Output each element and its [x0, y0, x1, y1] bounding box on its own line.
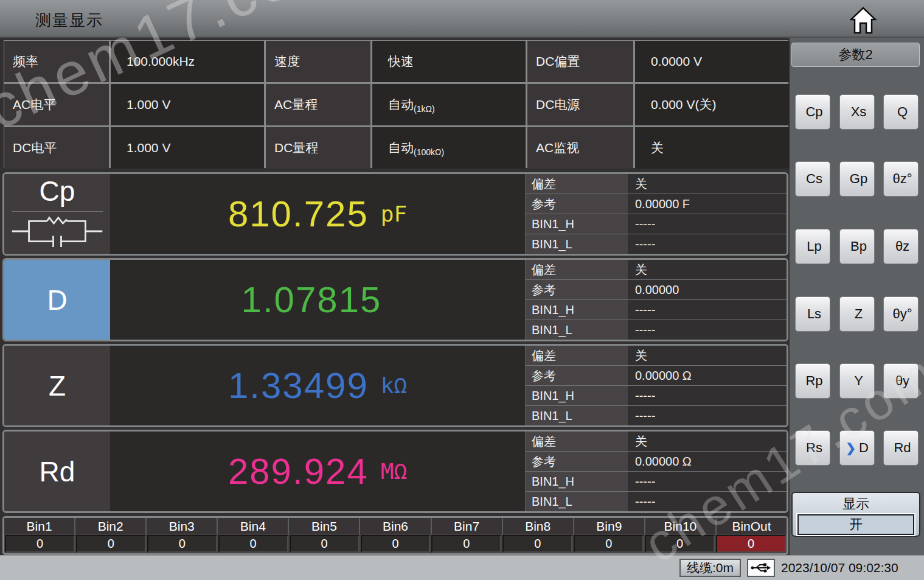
measurement-row-cp: Cp 810.725 pF [2, 172, 788, 256]
measurement-value-d: 1.07815 [110, 260, 525, 340]
param-value-ac-monitor[interactable]: 关 [635, 127, 791, 169]
cable-length-button[interactable]: 线缆:0m [679, 559, 741, 577]
param-button-theta-y[interactable]: θy [883, 363, 919, 399]
measurement-row-rd: Rd 289.924 MΩ 偏差关 参考0.00000 Ω BIN1_H----… [2, 430, 788, 513]
display-on-button[interactable]: 开 [797, 514, 914, 535]
info-panel-d: 偏差关 参考0.00000 BIN1_H----- BIN1_L----- [525, 260, 787, 340]
measurement-label-cp[interactable]: Cp [4, 174, 110, 254]
unit-z: kΩ [381, 373, 407, 398]
param-label-dc-range: DC量程 [266, 127, 370, 169]
measurement-value-cp: 810.725 pF [110, 174, 525, 254]
param-button-bp[interactable]: Bp [839, 229, 875, 264]
param-button-d-selected[interactable]: ❯D [839, 430, 875, 466]
usb-icon [751, 562, 771, 573]
param-label-ac-monitor: AC监视 [527, 127, 633, 169]
measurement-value-rd: 289.924 MΩ [110, 432, 525, 511]
lcr-meter-screen: 测量显示 频率 100.000kHz 速度 快速 DC偏置 0.0000 V A… [0, 0, 924, 580]
measurement-label-d[interactable]: D [4, 260, 110, 340]
param-value-dc-source[interactable]: 0.000 V(关) [635, 84, 791, 125]
param-label-dc-bias: DC偏置 [527, 41, 633, 82]
param-button-theta-y-deg[interactable]: θy° [883, 296, 919, 332]
param-value-dc-bias[interactable]: 0.0000 V [635, 41, 791, 82]
info-panel-cp: 偏差关 参考0.00000 F BIN1_H----- BIN1_L----- [525, 174, 787, 254]
param-label-ac-range: AC量程 [266, 84, 370, 125]
title-bar: 测量显示 [0, 0, 924, 38]
param-button-theta-z-deg[interactable]: θz° [883, 161, 919, 197]
param-label-frequency: 频率 [4, 41, 109, 82]
main-panel: 频率 100.000kHz 速度 快速 DC偏置 0.0000 V AC电平 1… [2, 40, 788, 555]
datetime-display: 2023/10/07 09:02:30 [781, 561, 918, 575]
binout-value: 0 [716, 535, 786, 553]
bin-counter-bar: Bin1 Bin2 Bin3 Bin4 Bin5 Bin6 Bin7 Bin8 … [2, 516, 788, 555]
selection-marker-icon: ❯ [846, 441, 856, 455]
param-value-ac-level[interactable]: 1.000 V [111, 84, 264, 125]
param-button-cs[interactable]: Cs [795, 161, 830, 197]
measurement-row-z: Z 1.33499 kΩ 偏差关 参考0.00000 Ω BIN1_H-----… [2, 344, 788, 427]
home-button[interactable] [850, 6, 877, 34]
sidebar: 参数2 Cp Xs Q Cs Gp θz° Lp Bp θz Ls Z θy° … [790, 38, 924, 555]
display-label: 显示 [793, 495, 919, 513]
param-label-dc-source: DC电源 [527, 84, 633, 125]
info-panel-z: 偏差关 参考0.00000 Ω BIN1_H----- BIN1_L----- [525, 346, 787, 425]
bin-header-row: Bin1 Bin2 Bin3 Bin4 Bin5 Bin6 Bin7 Bin8 … [4, 518, 787, 534]
unit-rd: MΩ [381, 459, 407, 484]
param-button-lp[interactable]: Lp [795, 229, 830, 264]
param-button-xs[interactable]: Xs [839, 94, 875, 130]
param-button-rs[interactable]: Rs [795, 430, 830, 466]
param-label-ac-level: AC电平 [4, 84, 109, 125]
measurement-value-z: 1.33499 kΩ [110, 346, 525, 425]
home-icon [850, 6, 877, 34]
parameter-grid: 频率 100.000kHz 速度 快速 DC偏置 0.0000 V AC电平 1… [4, 40, 788, 168]
measurement-row-d: D 1.07815 偏差关 参考0.00000 BIN1_H----- BIN1… [2, 258, 788, 341]
param-button-q[interactable]: Q [883, 94, 919, 130]
param-value-ac-range[interactable]: 自动(1kΩ) [372, 84, 526, 125]
page-title: 测量显示 [35, 10, 103, 31]
param-button-ls[interactable]: Ls [795, 296, 830, 332]
status-bar: 线缆:0m 2023/10/07 09:02:30 [0, 555, 924, 580]
param-button-rd[interactable]: Rd [883, 430, 919, 466]
usb-indicator [747, 559, 775, 577]
param-button-cp[interactable]: Cp [795, 94, 830, 130]
display-panel: 显示 开 [791, 492, 920, 537]
measurement-label-rd[interactable]: Rd [4, 432, 110, 511]
param-label-speed: 速度 [266, 41, 370, 82]
param-button-theta-z[interactable]: θz [883, 229, 919, 264]
param2-header: 参数2 [791, 43, 920, 67]
param-value-dc-level[interactable]: 1.000 V [111, 127, 264, 169]
param-button-z[interactable]: Z [839, 296, 875, 332]
bin-value-row: 0 0 0 0 0 0 0 0 0 0 0 [4, 534, 787, 553]
info-panel-rd: 偏差关 参考0.00000 Ω BIN1_H----- BIN1_L----- [525, 432, 787, 511]
param-value-speed[interactable]: 快速 [372, 41, 526, 82]
param-button-y[interactable]: Y [839, 363, 875, 399]
parallel-rc-circuit-icon [12, 211, 103, 254]
measurement-label-z[interactable]: Z [4, 346, 110, 425]
unit-cp: pF [381, 201, 407, 226]
param-value-dc-range[interactable]: 自动(100kΩ) [372, 127, 526, 169]
param-button-gp[interactable]: Gp [839, 161, 875, 197]
param-button-rp[interactable]: Rp [795, 363, 830, 399]
param-value-frequency[interactable]: 100.000kHz [111, 41, 264, 82]
param-label-dc-level: DC电平 [4, 127, 109, 169]
